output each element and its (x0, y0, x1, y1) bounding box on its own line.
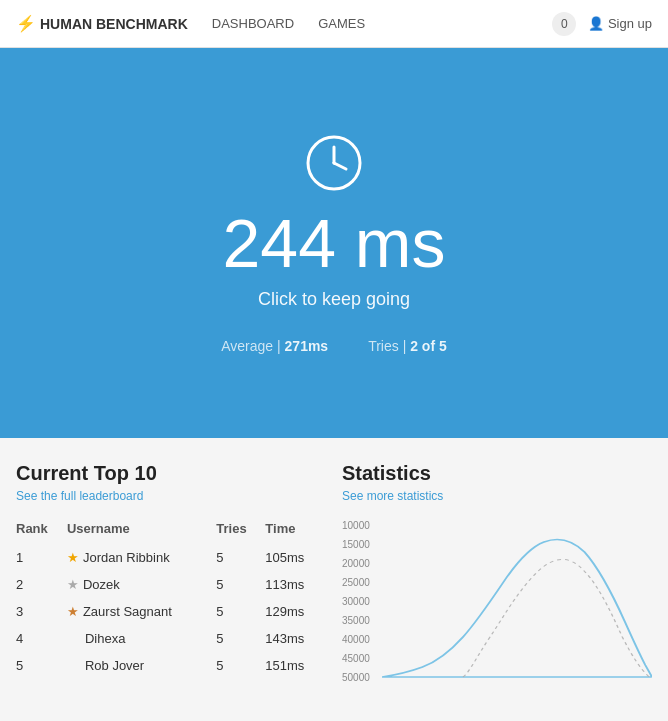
rank-cell: 4 (16, 625, 67, 652)
tries-cell: 5 (216, 598, 265, 625)
time-cell: 143ms (265, 625, 326, 652)
y-label: 40000 (342, 635, 382, 645)
navbar-right: 0 👤 Sign up (552, 12, 652, 36)
time-cell: 151ms (265, 652, 326, 679)
col-rank: Rank (16, 517, 67, 544)
y-label: 25000 (342, 578, 382, 588)
chart-svg (382, 517, 652, 687)
username-cell: ★ Jordan Ribbink (67, 544, 216, 571)
average-value: 271ms (285, 338, 329, 354)
y-label: 35000 (342, 616, 382, 626)
y-label: 15000 (342, 540, 382, 550)
star-bronze-icon: ★ (67, 604, 79, 619)
rank-cell: 5 (16, 652, 67, 679)
statistics-title: Statistics (342, 462, 652, 485)
tries-value: 2 of 5 (410, 338, 447, 354)
star-gold-icon: ★ (67, 550, 79, 565)
signup-button[interactable]: 👤 Sign up (588, 16, 652, 31)
username-cell: ★ Dozek (67, 571, 216, 598)
signup-label: Sign up (608, 16, 652, 31)
chart-container: 5000045000400003500030000250002000015000… (342, 517, 652, 687)
tries-label: Tries | (368, 338, 406, 354)
table-row: 4 Dihexa 5 143ms (16, 625, 326, 652)
username-cell: Rob Jover (67, 652, 216, 679)
nav-games[interactable]: GAMES (318, 16, 365, 31)
tries-cell: 5 (216, 625, 265, 652)
brand-name: HUMAN BENCHMARK (40, 16, 188, 32)
y-label: 20000 (342, 559, 382, 569)
reaction-time: 244 ms (223, 209, 446, 277)
person-icon: 👤 (588, 16, 604, 31)
tries-cell: 5 (216, 652, 265, 679)
hero-stats: Average | 271ms Tries | 2 of 5 (221, 338, 447, 354)
table-row: 5 Rob Jover 5 151ms (16, 652, 326, 679)
time-cell: 105ms (265, 544, 326, 571)
nav-dashboard[interactable]: DASHBOARD (212, 16, 294, 31)
bolt-icon: ⚡ (16, 14, 36, 33)
leaderboard-title: Current Top 10 (16, 462, 326, 485)
star-silver-icon: ★ (67, 577, 79, 592)
username-cell: ★ Zaurst Sagnant (67, 598, 216, 625)
col-tries: Tries (216, 517, 265, 544)
statistics-panel: Statistics See more statistics 500004500… (326, 462, 652, 687)
leaderboard-panel: Current Top 10 See the full leaderboard … (16, 462, 326, 687)
time-cell: 113ms (265, 571, 326, 598)
navbar: ⚡ HUMAN BENCHMARK DASHBOARD GAMES 0 👤 Si… (0, 0, 668, 48)
y-label: 50000 (342, 673, 382, 683)
table-row: 3 ★ Zaurst Sagnant 5 129ms (16, 598, 326, 625)
y-label: 30000 (342, 597, 382, 607)
bottom-section: Current Top 10 See the full leaderboard … (0, 438, 668, 703)
rank-cell: 3 (16, 598, 67, 625)
hero-cta-text: Click to keep going (258, 289, 410, 310)
rank-cell: 1 (16, 544, 67, 571)
y-label: 10000 (342, 521, 382, 531)
leaderboard-full-link[interactable]: See the full leaderboard (16, 489, 326, 503)
table-row: 1 ★ Jordan Ribbink 5 105ms (16, 544, 326, 571)
rank-cell: 2 (16, 571, 67, 598)
chart-canvas (382, 517, 652, 687)
average-label: Average | (221, 338, 280, 354)
col-time: Time (265, 517, 326, 544)
leaderboard-table: Rank Username Tries Time 1 ★ Jordan Ribb… (16, 517, 326, 679)
statistics-more-link[interactable]: See more statistics (342, 489, 652, 503)
y-label: 45000 (342, 654, 382, 664)
hero-section[interactable]: 244 ms Click to keep going Average | 271… (0, 48, 668, 438)
svg-line-2 (334, 163, 346, 169)
brand-link[interactable]: ⚡ HUMAN BENCHMARK (16, 14, 188, 33)
tries-cell: 5 (216, 571, 265, 598)
tries-cell: 5 (216, 544, 265, 571)
table-row: 2 ★ Dozek 5 113ms (16, 571, 326, 598)
clock-icon (304, 133, 364, 193)
time-cell: 129ms (265, 598, 326, 625)
username-cell: Dihexa (67, 625, 216, 652)
col-username: Username (67, 517, 216, 544)
score-badge: 0 (552, 12, 576, 36)
chart-y-labels: 5000045000400003500030000250002000015000… (342, 517, 382, 687)
